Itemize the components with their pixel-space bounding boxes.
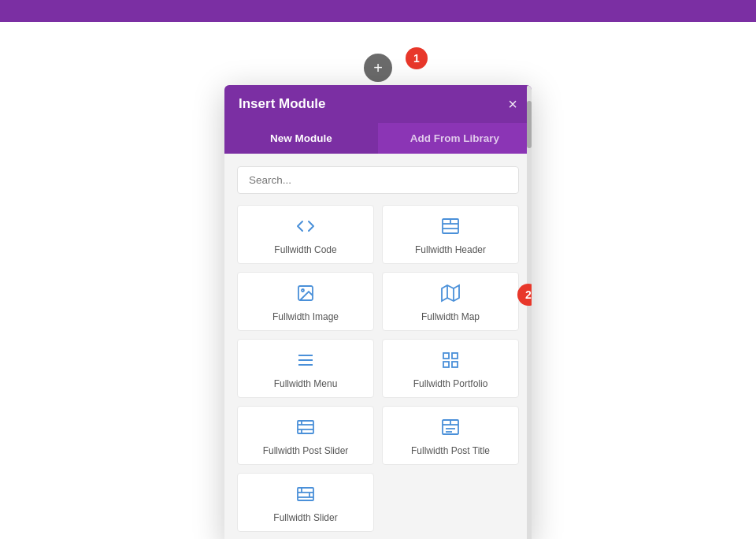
scrollbar-thumb	[527, 101, 532, 148]
tab-add-from-library[interactable]: Add From Library	[378, 123, 532, 154]
module-label: Fullwidth Slider	[273, 512, 337, 523]
module-fullwidth-post-title[interactable]: Fullwidth Post Title	[382, 406, 519, 465]
module-label: Fullwidth Image	[272, 311, 339, 322]
module-fullwidth-post-slider[interactable]: Fullwidth Post Slider	[237, 406, 374, 465]
header-icon	[441, 217, 460, 239]
svg-rect-16	[298, 421, 313, 433]
scrollbar[interactable]	[527, 85, 532, 539]
module-fullwidth-portfolio[interactable]: Fullwidth Portfolio	[382, 339, 519, 398]
svg-rect-12	[443, 353, 449, 359]
module-fullwidth-header[interactable]: Fullwidth Header	[382, 205, 519, 264]
svg-rect-26	[298, 488, 313, 500]
svg-rect-15	[452, 362, 458, 367]
svg-rect-14	[443, 362, 449, 367]
search-input[interactable]	[237, 166, 519, 194]
modal-title: Insert Module	[239, 96, 326, 112]
plus-icon: +	[373, 59, 383, 77]
top-bar	[0, 0, 756, 22]
post-title-icon	[441, 418, 460, 440]
code-icon	[296, 217, 315, 239]
module-label: Fullwidth Code	[274, 244, 336, 255]
modal-header: Insert Module ×	[224, 85, 532, 123]
module-fullwidth-image[interactable]: Fullwidth Image	[237, 272, 374, 331]
slider-icon	[296, 485, 315, 507]
map-icon	[441, 284, 460, 306]
add-module-button[interactable]: +	[364, 54, 392, 82]
image-icon	[296, 284, 315, 306]
menu-icon	[296, 351, 315, 373]
module-fullwidth-code[interactable]: Fullwidth Code	[237, 205, 374, 264]
portfolio-icon	[441, 351, 460, 373]
module-fullwidth-menu[interactable]: Fullwidth Menu	[237, 339, 374, 398]
svg-marker-6	[442, 285, 459, 301]
modal-tabs: New Module Add From Library	[224, 123, 532, 154]
module-label: Fullwidth Map	[421, 311, 480, 322]
insert-module-modal: 2 Insert Module × New Module Add From Li…	[224, 85, 532, 539]
module-label: Fullwidth Menu	[274, 378, 338, 389]
modal-close-button[interactable]: ×	[508, 96, 517, 112]
module-label: Fullwidth Post Title	[411, 445, 490, 456]
tab-new-module[interactable]: New Module	[224, 123, 378, 154]
svg-point-5	[302, 289, 304, 292]
module-fullwidth-map[interactable]: Fullwidth Map	[382, 272, 519, 331]
post-slider-icon	[296, 418, 315, 440]
modules-grid: Fullwidth Code Fullwidth Header	[237, 205, 519, 532]
module-label: Fullwidth Portfolio	[413, 378, 488, 389]
module-label: Fullwidth Post Slider	[263, 445, 349, 456]
module-label: Fullwidth Header	[415, 244, 486, 255]
modal-body: Fullwidth Code Fullwidth Header	[224, 154, 532, 539]
svg-rect-13	[452, 353, 458, 359]
badge-1: 1	[406, 47, 428, 69]
page-content: + 1 2 Insert Module × New Module Add Fro…	[0, 22, 756, 539]
module-fullwidth-slider[interactable]: Fullwidth Slider	[237, 473, 374, 532]
